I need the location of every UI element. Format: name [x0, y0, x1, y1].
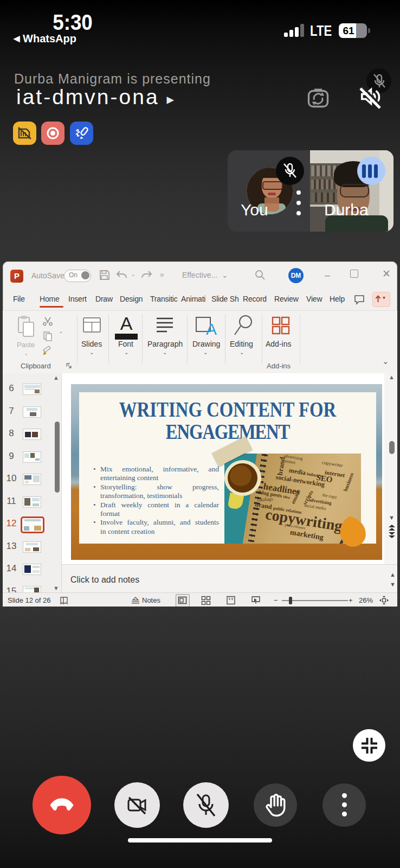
- svg-text:A: A: [206, 320, 217, 337]
